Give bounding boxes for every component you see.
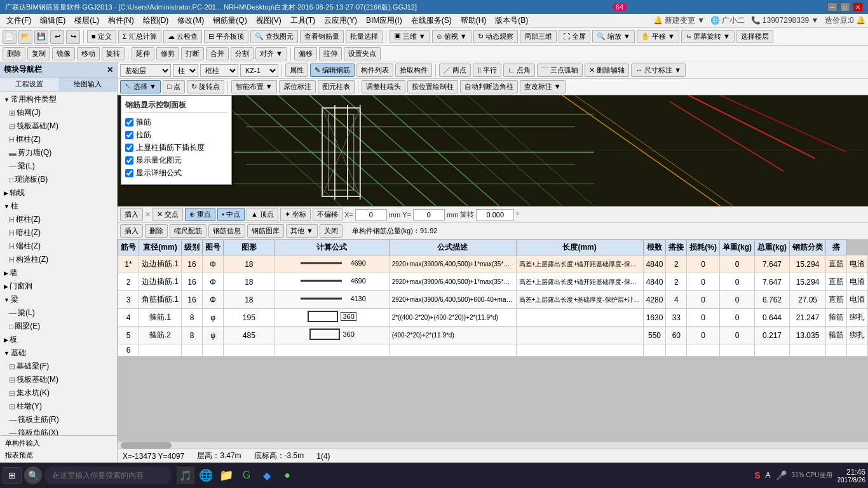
top-btn[interactable]: ▲ 顶点 xyxy=(247,208,278,221)
smart-layout-btn[interactable]: 智能布置 ▼ xyxy=(231,80,277,93)
check-insert-len[interactable]: 上显柱插筋下插长度 xyxy=(125,142,227,153)
cloud-check-btn[interactable]: ☁ 云检查 xyxy=(163,30,202,43)
flat-top-btn[interactable]: ⊟ 平齐板顶 xyxy=(204,30,248,43)
two-points-btn[interactable]: ╱ 两点 xyxy=(439,64,471,77)
define-btn[interactable]: ■ 定义 xyxy=(87,30,116,43)
zoom-btn[interactable]: 🔍 缩放 ▼ xyxy=(592,30,635,43)
merge-btn[interactable]: 合并 xyxy=(206,47,229,60)
sidebar-item-raft[interactable]: ⊟ 筏板基础(M) xyxy=(6,119,116,133)
menu-help[interactable]: 帮助(H) xyxy=(457,14,491,27)
mid-btn[interactable]: • 中点 xyxy=(217,208,245,221)
dim-mark-btn[interactable]: ↔ 尺寸标注 ▼ xyxy=(631,64,686,77)
sidebar-item-raftneg[interactable]: — 筏板负筋(X) xyxy=(6,426,116,435)
project-settings-btn[interactable]: 工程设置 xyxy=(0,78,58,91)
midpoint-btn[interactable]: ⊕ 重点 xyxy=(185,208,215,221)
batch-select-btn[interactable]: 批量选择 xyxy=(346,30,383,43)
pan-btn[interactable]: ✋ 平移 ▼ xyxy=(637,30,679,43)
three-point-arc-btn[interactable]: ⌒ 三点弧轴 xyxy=(537,64,583,77)
frame-type-select[interactable]: 框柱 xyxy=(200,64,238,77)
nav-group-col[interactable]: ▼ 柱 xyxy=(1,200,116,213)
menu-online[interactable]: 在线服务(S) xyxy=(407,14,456,27)
find-element-btn[interactable]: 🔍 查找图元 xyxy=(250,30,298,43)
dynamic-view-btn[interactable]: ↻ 动态观察 xyxy=(473,30,518,43)
sidebar-item-wall[interactable]: ▬ 剪力墙(Q) xyxy=(6,146,116,159)
copy-btn[interactable]: 复制 xyxy=(27,47,50,60)
minimize-button[interactable]: ─ xyxy=(827,3,837,11)
menu-version[interactable]: 版本号(B) xyxy=(491,14,532,27)
formula-checkbox[interactable] xyxy=(125,169,133,177)
table-row[interactable]: 3角筋插筋.116Φ1841302920+max(3900/6,400,500)… xyxy=(118,291,868,309)
layer-select[interactable]: 基础层 xyxy=(120,64,171,77)
taskbar-search[interactable] xyxy=(44,466,172,484)
menu-draw[interactable]: 绘图(D) xyxy=(139,14,173,27)
insert-snap-btn[interactable]: 插入 xyxy=(120,208,143,221)
stirrup-checkbox[interactable] xyxy=(125,118,133,126)
view-rebar-btn[interactable]: 查看钢筋量 xyxy=(300,30,344,43)
menu-bim[interactable]: BIM应用(I) xyxy=(362,14,406,27)
cross-snap-btn[interactable]: ✕ 交点 xyxy=(153,208,183,221)
delete-btn[interactable]: 删除 xyxy=(3,47,25,60)
table-row[interactable]: 1*边边插筋.116Φ1846902920+max(3900/6,400,500… xyxy=(118,255,868,273)
rotate-btn[interactable]: ⤿ 屏幕旋转 ▼ xyxy=(681,30,735,43)
new-change-btn[interactable]: 🔔 新建变更 ▼ xyxy=(653,16,705,25)
single-input-btn[interactable]: 单构件输入 xyxy=(3,437,114,449)
app2-btn[interactable]: ● xyxy=(278,466,296,484)
app1-btn[interactable]: ◆ xyxy=(258,466,276,484)
rebar-lib-btn[interactable]: 钢筋图库 xyxy=(247,224,284,238)
tie-checkbox[interactable] xyxy=(125,131,133,139)
maximize-button[interactable]: □ xyxy=(840,3,850,11)
pick-component-btn[interactable]: 拾取构件 xyxy=(395,64,432,77)
align-btn[interactable]: 对齐 ▼ xyxy=(255,47,287,60)
start-btn[interactable]: ⊞ xyxy=(3,467,22,484)
rotate-edit-btn[interactable]: 旋转 xyxy=(102,47,125,60)
edge-btn[interactable]: 🌐 xyxy=(197,466,215,484)
rotate-point-btn[interactable]: ↻ 旋转点 xyxy=(187,80,224,93)
open-btn[interactable]: 📂 xyxy=(18,30,32,44)
menu-edit[interactable]: 编辑(E) xyxy=(36,14,69,27)
top-view-btn[interactable]: ⊙ 俯视 ▼ xyxy=(432,30,471,43)
delete-rebar-btn[interactable]: 删除 xyxy=(145,224,168,238)
delete-aux-btn[interactable]: ✕ 删除辅轴 xyxy=(585,64,629,77)
nav-group-openings[interactable]: ▶ 门窗洞 xyxy=(1,280,116,293)
nav-group-axis[interactable]: ▶ 轴线 xyxy=(1,186,116,200)
divide-btn[interactable]: 分割 xyxy=(231,47,254,60)
3d-btn[interactable]: ▣ 三维 ▼ xyxy=(390,30,430,43)
stretch-btn[interactable]: 拉伸 xyxy=(319,47,342,60)
insert-rebar-btn[interactable]: 插入 xyxy=(120,224,143,238)
menu-floor[interactable]: 楼层(L) xyxy=(71,14,103,27)
original-mark-btn[interactable]: 原位标注 xyxy=(279,80,316,93)
sidebar-item-endcol[interactable]: H 端柱(Z) xyxy=(6,240,116,253)
component-id-select[interactable]: KZ-1 xyxy=(240,64,278,77)
sidebar-item-sump[interactable]: ⊟ 集水坑(K) xyxy=(6,386,116,400)
table-row[interactable]: 6 xyxy=(118,344,868,356)
save-btn[interactable]: 💾 xyxy=(34,30,48,44)
sidebar-close[interactable]: ✕ xyxy=(107,65,113,74)
nav-group-beams[interactable]: ▼ 梁 xyxy=(1,293,116,306)
move-btn[interactable]: 移动 xyxy=(77,47,100,60)
sidebar-item-ringbeam[interactable]: □ 圈梁(E) xyxy=(6,320,116,333)
auto-corner-btn[interactable]: 自动判断边角柱 xyxy=(460,80,518,93)
scroll-thumb[interactable] xyxy=(121,442,172,449)
adjust-head-btn[interactable]: 调整柱端头 xyxy=(362,80,405,93)
sidebar-item-axis[interactable]: ⊞ 轴网(J) xyxy=(6,106,116,119)
close-rebar-btn[interactable]: 关闭 xyxy=(320,224,342,238)
rotate-input[interactable] xyxy=(476,209,514,220)
menu-file[interactable]: 文件(F) xyxy=(3,14,35,27)
quantify-checkbox[interactable] xyxy=(125,156,133,165)
phone-number[interactable]: 📞 13907298339 ▼ xyxy=(751,16,819,25)
sidebar-item-beam2[interactable]: — 梁(L) xyxy=(6,306,116,320)
sidebar-item-beam[interactable]: — 梁(L) xyxy=(6,159,116,173)
offset-btn[interactable]: 偏移 xyxy=(294,47,317,60)
sidebar-item-colbase[interactable]: ⊟ 柱墩(Y) xyxy=(6,400,116,413)
sidebar-item-hidcol[interactable]: H 暗柱(Z) xyxy=(6,226,116,240)
coord-btn[interactable]: ✦ 坐标 xyxy=(280,208,311,221)
menu-rebar-qty[interactable]: 钢筋量(Q) xyxy=(209,14,250,27)
check-tie[interactable]: 拉筋 xyxy=(125,130,227,140)
close-button[interactable]: ✕ xyxy=(853,3,863,11)
taskview-btn[interactable]: 🎵 xyxy=(177,466,194,484)
check-stirrup[interactable]: 箍筋 xyxy=(125,117,227,128)
insert-len-checkbox[interactable] xyxy=(125,144,133,152)
scale-rebar-btn[interactable]: 缩尺配筋 xyxy=(170,224,207,238)
set-node-btn[interactable]: 设置夹点 xyxy=(344,47,381,60)
parallel-btn[interactable]: ∥ 平行 xyxy=(473,64,501,77)
